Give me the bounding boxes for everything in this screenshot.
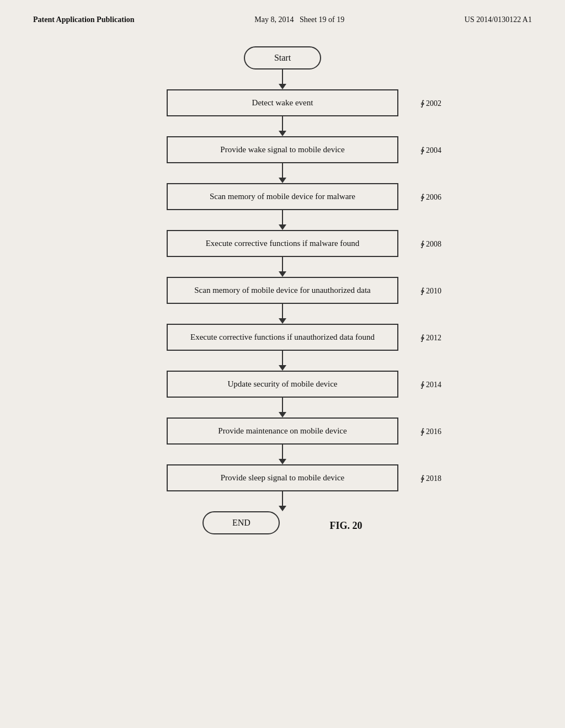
process-2012: Execute corrective functions if unauthor… [167,324,398,351]
node-2010: Scan memory of mobile device for unautho… [167,277,398,304]
arrow-4 [279,210,286,230]
arrow-3 [279,163,286,183]
end-terminal: END [202,511,280,534]
ref-2010: ∳ 2010 [420,286,442,295]
arrow-head [279,271,286,277]
node-2018: Provide sleep signal to mobile device ∳ … [167,464,398,491]
header: Patent Application Publication May 8, 20… [0,0,565,30]
arrow-line [282,116,283,131]
ref-2006: ∳ 2006 [420,192,442,201]
arrow-1 [279,69,286,89]
page: Patent Application Publication May 8, 20… [0,0,565,728]
patent-number: US 2014/0130122 A1 [465,15,532,24]
arrow-line [282,210,283,224]
arrow-2 [279,116,286,136]
arrow-line [282,351,283,365]
start-terminal: Start [244,46,321,69]
node-2002: Detect wake event ∳ 2002 [167,89,398,116]
process-2002: Detect wake event ∳ 2002 [167,89,398,116]
node-2004: Provide wake signal to mobile device ∳ 2… [167,136,398,163]
arrow-head [279,459,286,464]
ref-2004: ∳ 2004 [420,145,442,154]
arrow-line [282,304,283,318]
arrow-head [279,506,286,511]
ref-2018: ∳ 2018 [420,473,442,483]
arrow-head [279,84,286,89]
process-2004: Provide wake signal to mobile device ∳ 2… [167,136,398,163]
process-2010: Scan memory of mobile device for unautho… [167,277,398,304]
arrow-head [279,412,286,417]
process-2008: Execute corrective functions if malware … [167,230,398,257]
node-2012: Execute corrective functions if unauthor… [167,324,398,351]
node-2006: Scan memory of mobile device for malware… [167,183,398,210]
arrow-line [282,398,283,412]
arrow-5 [279,257,286,277]
node-2016: Provide maintenance on mobile device ∳ 2… [167,417,398,445]
process-2006: Scan memory of mobile device for malware… [167,183,398,210]
process-2018: Provide sleep signal to mobile device ∳ … [167,464,398,491]
arrow-head [279,131,286,136]
arrow-line [282,69,283,84]
end-row: END FIG. 20 [202,511,362,534]
arrow-line [282,445,283,459]
date-label: May 8, 2014 Sheet 19 of 19 [254,15,344,24]
arrow-head [279,365,286,371]
ref-2012: ∳ 2012 [420,333,442,342]
arrow-head [279,224,286,230]
arrow-9 [279,445,286,464]
ref-2014: ∳ 2014 [420,379,442,389]
arrow-line [282,257,283,271]
node-2008: Execute corrective functions if malware … [167,230,398,257]
fig-label: FIG. 20 [329,520,362,532]
ref-2008: ∳ 2008 [420,239,442,248]
flowchart: Start Detect wake event ∳ 2002 Provide w… [0,30,565,556]
ref-2002: ∳ 2002 [420,98,442,108]
arrow-8 [279,398,286,417]
process-2016: Provide maintenance on mobile device ∳ 2… [167,417,398,445]
start-node: Start [244,46,321,69]
arrow-7 [279,351,286,371]
arrow-head [279,178,286,183]
ref-2016: ∳ 2016 [420,426,442,436]
arrow-10 [279,491,286,511]
process-2014: Update security of mobile device ∳ 2014 [167,371,398,398]
publication-label: Patent Application Publication [33,15,135,24]
node-2014: Update security of mobile device ∳ 2014 [167,371,398,398]
arrow-6 [279,304,286,324]
arrow-line [282,491,283,506]
arrow-line [282,163,283,178]
arrow-head [279,318,286,324]
